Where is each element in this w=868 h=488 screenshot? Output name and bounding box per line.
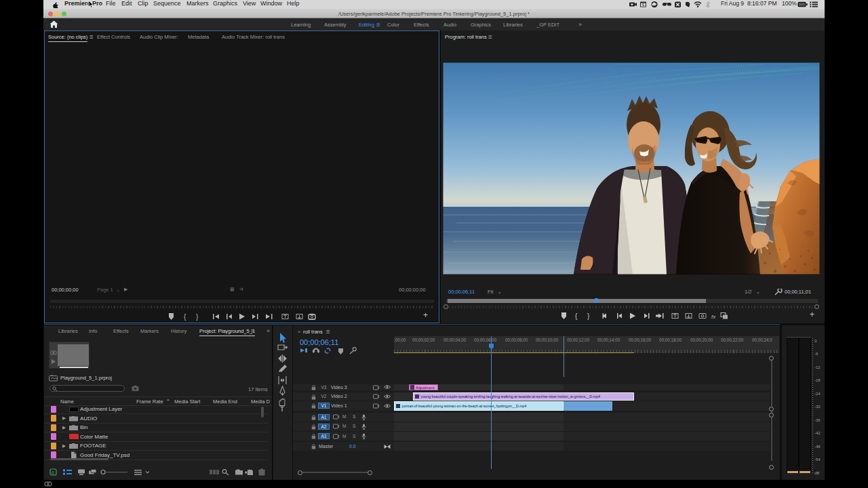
- svg-text:{: {: [575, 312, 578, 320]
- svg-text:}: }: [196, 313, 199, 321]
- svg-text:fx: fx: [711, 314, 716, 320]
- svg-text:S: S: [642, 3, 645, 7]
- svg-text:T: T: [279, 403, 285, 413]
- svg-text:{: {: [184, 313, 186, 321]
- svg-text:6: 6: [52, 470, 54, 475]
- svg-text:}: }: [587, 312, 590, 320]
